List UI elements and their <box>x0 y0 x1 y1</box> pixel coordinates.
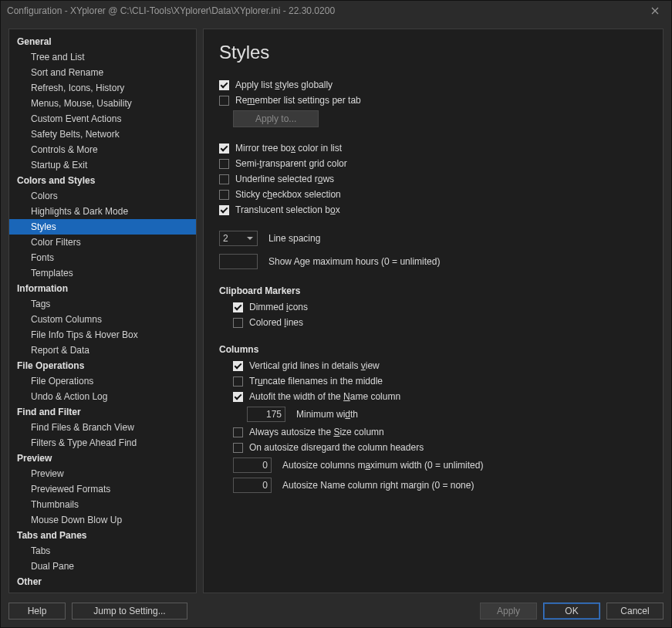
remember-list-settings-label: Remember list settings per tab <box>235 95 361 106</box>
sidebar-item[interactable]: Tags <box>9 296 196 312</box>
sidebar-category: Find and Filter <box>9 404 196 420</box>
sidebar-item[interactable]: Tabs <box>9 543 196 559</box>
mirror-tree-box-checkbox[interactable] <box>219 143 229 154</box>
vertical-grid-label: Vertical grid lines in details view <box>249 360 380 371</box>
sidebar-category: Information <box>9 281 196 296</box>
semi-transparent-grid-label: Semi-transparent grid color <box>235 158 347 169</box>
min-width-label: Minimum width <box>296 409 358 420</box>
mirror-tree-box-label: Mirror tree box color in list <box>235 143 342 154</box>
age-max-hours-label: Show Age maximum hours (0 = unlimited) <box>268 256 440 267</box>
sidebar-item[interactable]: File Info Tips & Hover Box <box>9 327 196 343</box>
apply-button[interactable]: Apply <box>480 603 537 620</box>
sidebar-category: Colors and Styles <box>9 173 196 188</box>
sidebar-item[interactable]: Undo & Action Log <box>9 389 196 404</box>
sidebar-item[interactable]: Startup & Exit <box>9 157 196 173</box>
autosize-size-checkbox[interactable] <box>233 427 243 437</box>
sidebar-item[interactable]: Shell Integration <box>9 589 196 593</box>
clipboard-markers-heading: Clipboard Markers <box>219 272 647 299</box>
sidebar-item[interactable]: Report & Data <box>9 343 196 358</box>
config-window: Configuration - XYplorer @ C:\CLI-Tools\… <box>0 0 672 628</box>
dimmed-icons-label: Dimmed icons <box>249 302 308 312</box>
sidebar-item[interactable]: Sort and Rename <box>9 65 196 80</box>
jump-to-setting-button[interactable]: Jump to Setting... <box>72 603 187 620</box>
titlebar: Configuration - XYplorer @ C:\CLI-Tools\… <box>1 1 671 21</box>
sidebar-category: Preview <box>9 451 196 466</box>
sticky-checkbox-checkbox[interactable] <box>219 190 229 200</box>
remember-list-settings-checkbox[interactable] <box>219 96 229 106</box>
sidebar-item[interactable]: Custom Event Actions <box>9 111 196 127</box>
autosize-size-label: Always autosize the Size column <box>249 427 384 437</box>
sidebar-item[interactable]: Highlights & Dark Mode <box>9 204 196 219</box>
sidebar-item[interactable]: Thumbnails <box>9 497 196 512</box>
sidebar-item[interactable]: Mouse Down Blow Up <box>9 512 196 528</box>
apply-list-styles-globally-label: Apply list styles globally <box>235 79 333 90</box>
autosize-max-width-label: Autosize columns maximum width (0 = unli… <box>282 460 483 471</box>
sidebar-item[interactable]: Styles <box>9 219 196 235</box>
vertical-grid-checkbox[interactable] <box>233 361 243 371</box>
underline-rows-label: Underline selected rows <box>235 174 334 184</box>
sidebar-item[interactable]: Colors <box>9 188 196 204</box>
translucent-selection-label: Translucent selection box <box>235 204 340 215</box>
help-button[interactable]: Help <box>8 603 66 620</box>
body: GeneralTree and ListSort and RenameRefre… <box>1 21 671 598</box>
window-title: Configuration - XYplorer @ C:\CLI-Tools\… <box>7 5 642 16</box>
sidebar-item[interactable]: Fonts <box>9 250 196 265</box>
sidebar-item[interactable]: Refresh, Icons, History <box>9 80 196 96</box>
sidebar-item[interactable]: Find Files & Branch View <box>9 420 196 435</box>
age-max-hours-input[interactable] <box>219 254 258 269</box>
autofit-name-label: Autofit the width of the Name column <box>249 391 400 402</box>
sidebar-item[interactable]: Templates <box>9 265 196 281</box>
sidebar-item[interactable]: Dual Pane <box>9 559 196 574</box>
sidebar-item[interactable]: Previewed Formats <box>9 481 196 497</box>
sidebar-item[interactable]: File Operations <box>9 373 196 389</box>
sidebar-item[interactable]: Menus, Mouse, Usability <box>9 96 196 111</box>
truncate-filenames-label: Truncate filenames in the middle <box>249 376 383 387</box>
sidebar-item[interactable]: Color Filters <box>9 235 196 250</box>
autosize-max-width-input[interactable] <box>233 457 272 473</box>
autosize-name-margin-input[interactable] <box>233 478 272 493</box>
sidebar-category: File Operations <box>9 358 196 373</box>
colored-lines-label: Colored lines <box>249 317 303 328</box>
apply-to-button[interactable]: Apply to... <box>233 110 319 127</box>
sidebar-item[interactable]: Custom Columns <box>9 312 196 327</box>
sidebar-item[interactable]: Safety Belts, Network <box>9 127 196 142</box>
autosize-name-margin-label: Autosize Name column right margin (0 = n… <box>282 480 474 491</box>
sidebar-item[interactable]: Controls & More <box>9 142 196 157</box>
ok-button[interactable]: OK <box>543 603 600 620</box>
line-spacing-select[interactable] <box>219 231 258 246</box>
autosize-disregard-headers-checkbox[interactable] <box>233 443 243 453</box>
columns-heading: Columns <box>219 330 647 358</box>
apply-list-styles-globally-checkbox[interactable] <box>219 80 229 90</box>
sticky-checkbox-label: Sticky checkbox selection <box>235 189 341 200</box>
sidebar-item[interactable]: Preview <box>9 466 196 481</box>
sidebar[interactable]: GeneralTree and ListSort and RenameRefre… <box>8 29 197 593</box>
content: Styles Apply list styles globally Rememb… <box>203 29 664 593</box>
sidebar-category: General <box>9 34 196 49</box>
cancel-button[interactable]: Cancel <box>606 603 664 620</box>
sidebar-category: Tabs and Panes <box>9 528 196 543</box>
page-title: Styles <box>219 42 647 63</box>
truncate-filenames-checkbox[interactable] <box>233 376 243 387</box>
autosize-disregard-headers-label: On autosize disregard the column headers <box>249 442 424 453</box>
line-spacing-label: Line spacing <box>268 233 320 244</box>
semi-transparent-grid-checkbox[interactable] <box>219 159 229 169</box>
dimmed-icons-checkbox[interactable] <box>233 302 243 312</box>
translucent-selection-checkbox[interactable] <box>219 205 229 215</box>
footer: Help Jump to Setting... Apply OK Cancel <box>1 598 671 627</box>
close-icon[interactable] <box>642 2 668 20</box>
underline-rows-checkbox[interactable] <box>219 174 229 184</box>
sidebar-category: Other <box>9 574 196 589</box>
min-width-input[interactable] <box>247 407 285 422</box>
sidebar-item[interactable]: Filters & Type Ahead Find <box>9 435 196 451</box>
sidebar-item[interactable]: Tree and List <box>9 49 196 65</box>
colored-lines-checkbox[interactable] <box>233 318 243 328</box>
autofit-name-checkbox[interactable] <box>233 392 243 402</box>
